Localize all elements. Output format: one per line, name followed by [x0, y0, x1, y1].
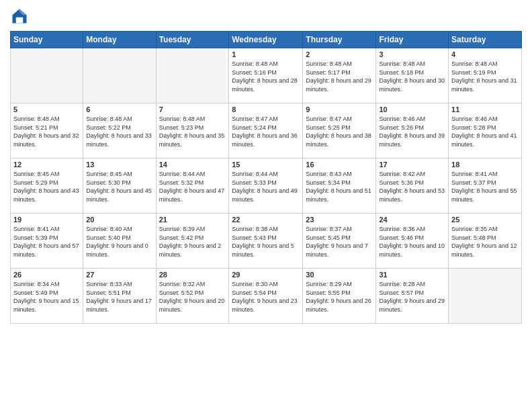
day-cell	[83, 48, 156, 103]
day-info: Sunrise: 8:48 AM Sunset: 5:17 PM Dayligh…	[306, 60, 373, 93]
day-number: 17	[379, 161, 445, 169]
day-number: 5	[13, 105, 80, 113]
day-cell: 20Sunrise: 8:40 AM Sunset: 5:40 PM Dayli…	[83, 214, 156, 269]
col-header-tuesday: Tuesday	[156, 32, 229, 48]
day-info: Sunrise: 8:40 AM Sunset: 5:40 PM Dayligh…	[86, 225, 152, 259]
day-number: 16	[306, 161, 373, 169]
day-cell: 17Sunrise: 8:42 AM Sunset: 5:36 PM Dayli…	[376, 158, 449, 214]
day-cell: 18Sunrise: 8:41 AM Sunset: 5:37 PM Dayli…	[449, 158, 522, 214]
day-cell: 2Sunrise: 8:48 AM Sunset: 5:17 PM Daylig…	[303, 48, 376, 103]
week-row: 5Sunrise: 8:48 AM Sunset: 5:21 PM Daylig…	[11, 103, 522, 158]
day-cell: 8Sunrise: 8:47 AM Sunset: 5:24 PM Daylig…	[229, 103, 303, 158]
page: SundayMondayTuesdayWednesdayThursdayFrid…	[0, 0, 532, 411]
day-number: 22	[232, 216, 300, 224]
day-cell: 7Sunrise: 8:48 AM Sunset: 5:23 PM Daylig…	[156, 103, 229, 158]
day-cell: 11Sunrise: 8:46 AM Sunset: 5:28 PM Dayli…	[449, 103, 522, 158]
day-number: 18	[451, 161, 519, 169]
day-number: 28	[159, 271, 226, 279]
day-cell: 16Sunrise: 8:43 AM Sunset: 5:34 PM Dayli…	[303, 158, 376, 214]
header	[10, 7, 522, 26]
day-number: 3	[379, 50, 445, 58]
col-header-monday: Monday	[83, 32, 156, 48]
day-cell: 10Sunrise: 8:46 AM Sunset: 5:26 PM Dayli…	[376, 103, 449, 158]
day-number: 4	[451, 50, 519, 58]
day-cell: 31Sunrise: 8:28 AM Sunset: 5:57 PM Dayli…	[376, 269, 449, 324]
day-number: 15	[232, 161, 300, 169]
day-info: Sunrise: 8:42 AM Sunset: 5:36 PM Dayligh…	[379, 170, 445, 203]
day-cell: 22Sunrise: 8:38 AM Sunset: 5:43 PM Dayli…	[229, 214, 303, 269]
day-cell: 23Sunrise: 8:37 AM Sunset: 5:45 PM Dayli…	[303, 214, 376, 269]
day-cell	[449, 269, 522, 324]
day-cell: 3Sunrise: 8:48 AM Sunset: 5:18 PM Daylig…	[376, 48, 449, 103]
day-info: Sunrise: 8:44 AM Sunset: 5:32 PM Dayligh…	[159, 170, 226, 203]
day-number: 11	[451, 105, 519, 113]
day-info: Sunrise: 8:33 AM Sunset: 5:51 PM Dayligh…	[86, 280, 152, 314]
day-number: 14	[159, 161, 226, 169]
day-info: Sunrise: 8:28 AM Sunset: 5:57 PM Dayligh…	[379, 280, 445, 314]
day-info: Sunrise: 8:45 AM Sunset: 5:29 PM Dayligh…	[13, 170, 80, 203]
day-number: 2	[306, 50, 373, 58]
day-cell: 29Sunrise: 8:30 AM Sunset: 5:54 PM Dayli…	[229, 269, 303, 324]
day-number: 8	[232, 105, 300, 113]
col-header-thursday: Thursday	[303, 32, 376, 48]
day-info: Sunrise: 8:43 AM Sunset: 5:34 PM Dayligh…	[306, 170, 373, 203]
day-cell: 25Sunrise: 8:35 AM Sunset: 5:48 PM Dayli…	[449, 214, 522, 269]
day-info: Sunrise: 8:48 AM Sunset: 5:22 PM Dayligh…	[86, 115, 152, 148]
day-info: Sunrise: 8:46 AM Sunset: 5:26 PM Dayligh…	[379, 115, 445, 148]
day-cell: 6Sunrise: 8:48 AM Sunset: 5:22 PM Daylig…	[83, 103, 156, 158]
day-cell: 26Sunrise: 8:34 AM Sunset: 5:49 PM Dayli…	[11, 269, 83, 324]
week-row: 12Sunrise: 8:45 AM Sunset: 5:29 PM Dayli…	[11, 158, 522, 214]
day-cell: 1Sunrise: 8:48 AM Sunset: 5:16 PM Daylig…	[229, 48, 303, 103]
day-number: 25	[451, 216, 519, 224]
day-info: Sunrise: 8:30 AM Sunset: 5:54 PM Dayligh…	[232, 280, 300, 314]
week-row: 26Sunrise: 8:34 AM Sunset: 5:49 PM Dayli…	[11, 269, 522, 324]
day-number: 29	[232, 271, 300, 279]
day-number: 27	[86, 271, 152, 279]
day-cell: 4Sunrise: 8:48 AM Sunset: 5:19 PM Daylig…	[449, 48, 522, 103]
day-info: Sunrise: 8:37 AM Sunset: 5:45 PM Dayligh…	[306, 225, 373, 259]
day-number: 20	[86, 216, 152, 224]
day-number: 13	[86, 161, 152, 169]
col-header-sunday: Sunday	[11, 32, 83, 48]
day-info: Sunrise: 8:48 AM Sunset: 5:21 PM Dayligh…	[13, 115, 80, 148]
day-info: Sunrise: 8:47 AM Sunset: 5:24 PM Dayligh…	[232, 115, 300, 148]
day-info: Sunrise: 8:39 AM Sunset: 5:42 PM Dayligh…	[159, 225, 226, 259]
day-cell: 27Sunrise: 8:33 AM Sunset: 5:51 PM Dayli…	[83, 269, 156, 324]
col-header-friday: Friday	[376, 32, 449, 48]
col-header-saturday: Saturday	[449, 32, 522, 48]
day-cell	[11, 48, 83, 103]
logo	[10, 7, 32, 26]
calendar-header-row: SundayMondayTuesdayWednesdayThursdayFrid…	[11, 32, 522, 48]
day-cell: 13Sunrise: 8:45 AM Sunset: 5:30 PM Dayli…	[83, 158, 156, 214]
day-number: 19	[13, 216, 80, 224]
day-cell: 21Sunrise: 8:39 AM Sunset: 5:42 PM Dayli…	[156, 214, 229, 269]
day-number: 26	[13, 271, 80, 279]
day-info: Sunrise: 8:45 AM Sunset: 5:30 PM Dayligh…	[86, 170, 152, 203]
week-row: 19Sunrise: 8:41 AM Sunset: 5:39 PM Dayli…	[11, 214, 522, 269]
day-info: Sunrise: 8:41 AM Sunset: 5:39 PM Dayligh…	[13, 225, 80, 259]
day-number: 1	[232, 50, 300, 58]
day-number: 12	[13, 161, 80, 169]
day-number: 30	[306, 271, 373, 279]
day-number: 21	[159, 216, 226, 224]
svg-rect-2	[16, 17, 24, 24]
day-number: 31	[379, 271, 445, 279]
day-info: Sunrise: 8:48 AM Sunset: 5:19 PM Dayligh…	[451, 60, 519, 93]
day-info: Sunrise: 8:35 AM Sunset: 5:48 PM Dayligh…	[451, 225, 519, 259]
day-info: Sunrise: 8:48 AM Sunset: 5:16 PM Dayligh…	[232, 60, 300, 93]
day-info: Sunrise: 8:44 AM Sunset: 5:33 PM Dayligh…	[232, 170, 300, 203]
day-number: 6	[86, 105, 152, 113]
day-cell: 24Sunrise: 8:36 AM Sunset: 5:46 PM Dayli…	[376, 214, 449, 269]
day-cell	[156, 48, 229, 103]
logo-icon	[10, 7, 29, 26]
day-info: Sunrise: 8:48 AM Sunset: 5:18 PM Dayligh…	[379, 60, 445, 93]
day-info: Sunrise: 8:47 AM Sunset: 5:25 PM Dayligh…	[306, 115, 373, 148]
day-info: Sunrise: 8:36 AM Sunset: 5:46 PM Dayligh…	[379, 225, 445, 259]
day-number: 23	[306, 216, 373, 224]
day-number: 10	[379, 105, 445, 113]
day-info: Sunrise: 8:34 AM Sunset: 5:49 PM Dayligh…	[13, 280, 80, 314]
day-cell: 5Sunrise: 8:48 AM Sunset: 5:21 PM Daylig…	[11, 103, 83, 158]
day-number: 9	[306, 105, 373, 113]
day-info: Sunrise: 8:46 AM Sunset: 5:28 PM Dayligh…	[451, 115, 519, 148]
calendar: SundayMondayTuesdayWednesdayThursdayFrid…	[10, 31, 522, 324]
